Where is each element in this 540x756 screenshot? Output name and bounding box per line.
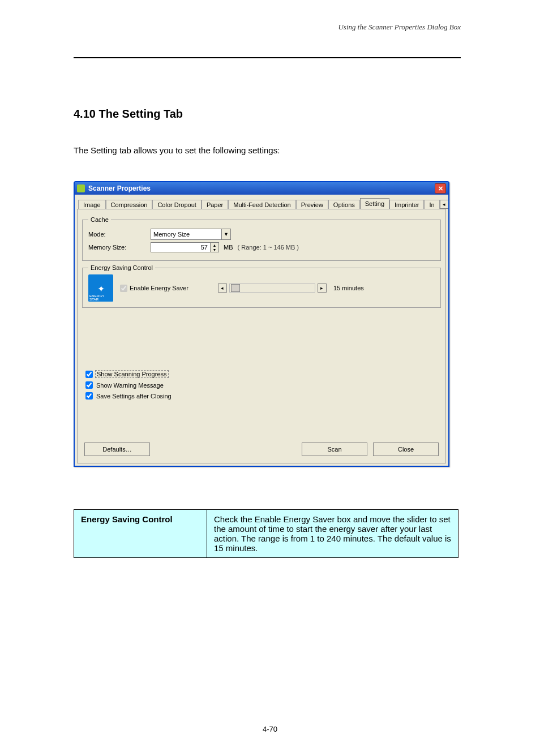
- options-list: Show Scanning Progress Show Warning Mess…: [82, 370, 441, 400]
- energy-star-icon: ✦ ENERGY STAR: [88, 274, 113, 302]
- tab-compression[interactable]: Compression: [106, 200, 153, 209]
- slider-left-icon[interactable]: ◂: [218, 284, 227, 293]
- mode-combo-value: Memory Size: [151, 231, 221, 238]
- tab-strip: Image Compression Color Dropout Paper Mu…: [75, 195, 448, 209]
- slider-track[interactable]: [229, 284, 315, 293]
- tab-color-dropout[interactable]: Color Dropout: [152, 200, 201, 209]
- dialog-body: Cache Mode: Memory Size ▼ Memory Size: ▲: [77, 209, 446, 463]
- show-warning-checkbox[interactable]: Show Warning Message: [85, 381, 441, 389]
- cache-group: Cache Mode: Memory Size ▼ Memory Size: ▲: [82, 216, 441, 261]
- enable-energy-saver-input[interactable]: [120, 285, 127, 292]
- save-settings-checkbox[interactable]: Save Settings after Closing: [85, 392, 441, 400]
- table-val: Check the Enable Energy Saver box and mo…: [207, 510, 458, 558]
- show-warning-label: Show Warning Message: [95, 382, 165, 389]
- memsize-label: Memory Size:: [88, 244, 151, 251]
- mode-label: Mode:: [88, 231, 151, 238]
- close-icon[interactable]: ✕: [435, 183, 446, 194]
- mode-combo[interactable]: Memory Size ▼: [151, 229, 231, 240]
- tab-preview[interactable]: Preview: [296, 200, 328, 209]
- show-warning-input[interactable]: [85, 381, 93, 389]
- section-title: 4.10 The Setting Tab: [74, 108, 183, 121]
- spin-up-icon[interactable]: ▲: [211, 243, 218, 247]
- enable-energy-saver-checkbox[interactable]: Enable Energy Saver: [120, 285, 188, 292]
- tab-options[interactable]: Options: [328, 200, 360, 209]
- page-rule: [74, 57, 461, 58]
- memsize-input[interactable]: [151, 242, 211, 252]
- slider-right-icon[interactable]: ▸: [318, 284, 327, 293]
- show-progress-label: Show Scanning Progress: [95, 370, 169, 378]
- tab-multi-feed[interactable]: Multi-Feed Detection: [228, 200, 296, 209]
- table-key: Energy Saving Control: [74, 510, 207, 558]
- page-header: Using the Scanner Properties Dialog Box: [74, 23, 461, 32]
- tab-setting[interactable]: Setting: [360, 198, 389, 209]
- page-number: 4-70: [0, 725, 540, 733]
- tab-scroll-left-icon[interactable]: ◂: [440, 200, 448, 209]
- save-settings-label: Save Settings after Closing: [95, 393, 173, 400]
- memsize-unit: MB: [224, 244, 233, 251]
- table-row: Energy Saving Control Check the Enable E…: [74, 510, 458, 558]
- tab-imprinter[interactable]: Imprinter: [389, 200, 424, 209]
- energy-saving-legend: Energy Saving Control: [88, 264, 155, 271]
- spin-down-icon[interactable]: ▼: [211, 247, 218, 252]
- save-settings-input[interactable]: [85, 392, 93, 400]
- defaults-button[interactable]: Defaults…: [84, 443, 150, 456]
- slider-minutes-label: 15 minutes: [333, 285, 364, 291]
- tab-image[interactable]: Image: [78, 200, 106, 209]
- tab-information-truncated[interactable]: In: [424, 200, 439, 209]
- show-progress-input[interactable]: [85, 371, 93, 378]
- chevron-down-icon[interactable]: ▼: [221, 229, 230, 239]
- app-icon: [77, 184, 85, 192]
- section-subtext: The Setting tab allows you to set the fo…: [74, 144, 461, 157]
- cache-legend: Cache: [88, 216, 111, 223]
- button-bar: Defaults… Scan Close: [84, 443, 439, 456]
- titlebar[interactable]: Scanner Properties ✕: [75, 182, 448, 195]
- energy-saving-group: Energy Saving Control ✦ ENERGY STAR Enab…: [82, 264, 441, 308]
- energy-saver-slider[interactable]: ◂ ▸ 15 minutes: [218, 284, 364, 293]
- memsize-range: ( Range: 1 ~ 146 MB ): [238, 244, 299, 251]
- slider-thumb[interactable]: [231, 284, 240, 292]
- tab-paper[interactable]: Paper: [202, 200, 228, 209]
- doc-table: Energy Saving Control Check the Enable E…: [74, 509, 458, 558]
- window-title: Scanner Properties: [88, 184, 151, 192]
- scanner-properties-dialog: Scanner Properties ✕ Image Compression C…: [74, 181, 449, 467]
- scan-button[interactable]: Scan: [302, 443, 367, 456]
- show-progress-checkbox[interactable]: Show Scanning Progress: [85, 370, 441, 378]
- close-button[interactable]: Close: [373, 443, 439, 456]
- enable-energy-saver-label: Enable Energy Saver: [130, 285, 188, 291]
